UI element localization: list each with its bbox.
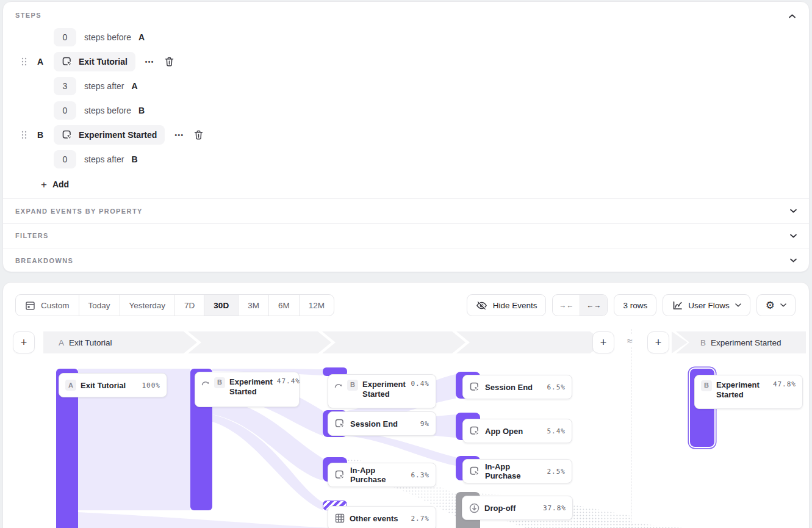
step-badge: B (701, 380, 712, 391)
step-ref-letter: A (131, 81, 137, 91)
add-column-before-b-button[interactable]: + (647, 331, 669, 353)
event-icon (469, 425, 481, 437)
node-percent: 5.4% (547, 427, 566, 435)
flow-node-other-events[interactable]: Other events 2.7% (328, 506, 436, 528)
steps-after-a-row: 3 steps after A (54, 77, 138, 95)
drag-handle-icon[interactable] (21, 57, 27, 66)
step-a-event-label: Exit Tutorial (79, 57, 128, 67)
node-title: Session End (485, 383, 533, 392)
step-ref-letter: B (138, 106, 145, 115)
trash-icon (164, 56, 174, 67)
redirect-arrow-icon (201, 379, 210, 386)
section-breakdowns[interactable]: BREAKDOWNS (3, 248, 809, 273)
step-b-event-button[interactable]: Experiment Started (54, 125, 165, 145)
node-percent: 6.5% (547, 383, 566, 391)
collapsed-sections: EXPAND EVENTS BY PROPERTY FILTERS BREAKD… (3, 198, 809, 273)
step-b-event-label: Experiment Started (79, 130, 157, 140)
chevron-down-icon (790, 234, 797, 238)
plus-icon: + (600, 336, 607, 349)
section-label: FILTERS (15, 232, 49, 239)
flow-node-in-app-purchase-25[interactable]: In-App Purchase 2.5% (462, 459, 572, 483)
steps-after-a-input[interactable]: 3 (54, 77, 76, 95)
step-b-more-options-button[interactable]: ••• (174, 132, 184, 139)
step-a-row: A Exit Tutorial ••• (21, 52, 174, 71)
node-percent: 100% (142, 382, 161, 389)
redirect-arrow-icon (334, 382, 343, 389)
node-percent: 47.8% (773, 380, 796, 389)
steps-before-a-input[interactable]: 0 (54, 28, 76, 46)
add-step-button[interactable]: + Add (41, 177, 69, 192)
flow-node-experiment-started-47[interactable]: B Experiment Started 47.4% (195, 372, 300, 407)
event-icon (334, 469, 346, 481)
flow-node-app-open[interactable]: App Open 5.4% (462, 419, 572, 443)
flow-header-band-a (43, 331, 606, 353)
step-b-row: B Experiment Started ••• (21, 125, 204, 145)
plus-icon: + (655, 336, 662, 349)
flow-node-session-end-65[interactable]: Session End 6.5% (462, 375, 572, 399)
steps-before-b-input[interactable]: 0 (54, 101, 76, 120)
node-title: In-App Purchase (485, 462, 543, 480)
flow-node-in-app-purchase-63[interactable]: In-App Purchase 6.3% (328, 463, 436, 487)
flow-node-session-end-9[interactable]: Session End 9% (328, 411, 436, 436)
node-title: Experiment Started (362, 380, 407, 400)
steps-panel-title: STEPS (15, 12, 41, 19)
steps-before-b-row: 0 steps before B (54, 101, 145, 120)
node-percent: 2.5% (547, 468, 566, 476)
section-label: BREAKDOWNS (15, 257, 73, 264)
step-b-delete-button[interactable] (193, 129, 204, 140)
add-step-label: Add (52, 179, 69, 189)
step-a-event-button[interactable]: Exit Tutorial (54, 52, 135, 71)
flow-node-experiment-started-04[interactable]: B Experiment Started 0.4% (328, 374, 436, 408)
add-column-before-a-button[interactable]: + (13, 331, 35, 353)
node-title: Exit Tutorial (81, 381, 126, 390)
add-column-after-a-button[interactable]: + (592, 331, 614, 353)
event-icon (334, 418, 346, 430)
flow-node-exit-tutorial[interactable]: A Exit Tutorial 100% (59, 373, 167, 397)
flow-node-drop-off[interactable]: Drop-off 37.8% (462, 496, 573, 520)
drop-off-icon (469, 502, 480, 514)
approx-symbol: ≈ (625, 335, 634, 347)
plus-icon: + (21, 336, 27, 349)
step-ref-letter: B (131, 154, 137, 164)
steps-after-a-label: steps after (84, 81, 124, 91)
chevron-down-icon (790, 258, 797, 262)
node-title: Experiment Started (229, 377, 273, 397)
node-title: Session End (350, 419, 398, 429)
collapse-steps-button[interactable] (786, 11, 798, 21)
node-title: Experiment Started (716, 380, 769, 400)
chevron-up-icon (789, 14, 796, 18)
section-expand-events-by-property[interactable]: EXPAND EVENTS BY PROPERTY (3, 198, 809, 223)
user-flows-report-page: { "colors": { "accent": "#7c55f5", "flow… (0, 0, 812, 528)
step-a-more-options-button[interactable]: ••• (145, 59, 154, 65)
node-percent: 9% (420, 420, 429, 428)
node-title: In-App Purchase (350, 466, 407, 484)
steps-after-b-label: steps after (84, 154, 124, 164)
steps-after-b-input[interactable]: 0 (54, 150, 76, 168)
step-badge: B (347, 380, 358, 391)
approx-divider-line (631, 329, 631, 528)
steps-panel: STEPS 0 steps before A A Exit Tutorial •… (2, 1, 810, 272)
section-filters[interactable]: FILTERS (3, 223, 809, 248)
node-percent: 37.8% (543, 504, 566, 512)
node-title: App Open (485, 427, 523, 436)
drag-handle-icon[interactable] (21, 131, 27, 139)
event-icon (469, 382, 481, 393)
flow-node-experiment-started-step-b[interactable]: B Experiment Started 47.8% (694, 375, 803, 409)
chevron-down-icon (790, 209, 797, 213)
step-a-delete-button[interactable] (164, 56, 174, 67)
node-percent: 6.3% (411, 471, 430, 479)
node-percent: 2.7% (411, 515, 430, 523)
steps-after-b-row: 0 steps after B (54, 150, 138, 168)
plus-icon: + (41, 179, 47, 190)
steps-before-b-label: steps before (84, 106, 131, 115)
section-label: EXPAND EVENTS BY PROPERTY (15, 208, 143, 215)
grid-icon (334, 513, 345, 524)
report-panel: Custom Today Yesterday 7D 30D 3M 6M 12M … (2, 282, 810, 528)
step-b-letter: B (37, 130, 44, 140)
flow-header-band-b (672, 331, 806, 353)
steps-before-a-row: 0 steps before A (54, 28, 145, 46)
step-badge: A (65, 380, 76, 391)
node-percent: 47.4% (277, 377, 300, 386)
event-icon (469, 466, 481, 477)
step-badge: B (214, 377, 225, 388)
